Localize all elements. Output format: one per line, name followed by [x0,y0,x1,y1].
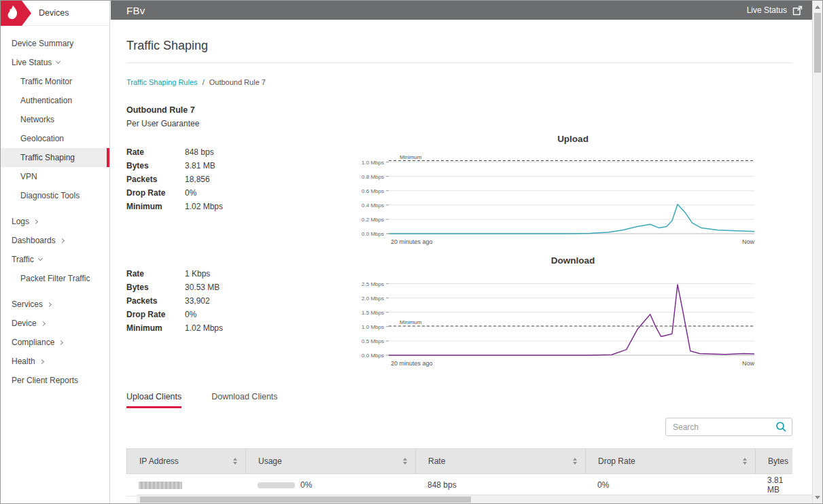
sidebar-item-label: Device [12,319,37,328]
sidebar-item[interactable]: Dashboards [1,231,109,250]
breadcrumb-current: Outbound Rule 7 [209,78,266,86]
horizontal-scrollbar-thumb[interactable] [140,497,471,503]
column-header-label: Rate [428,456,445,466]
external-link-icon [792,5,803,16]
column-header[interactable]: Drop Rate [585,449,755,473]
sort-icon[interactable] [573,458,577,465]
column-header-label: Bytes [768,456,788,466]
upload-chart-title: Upload [352,134,761,144]
chevron-down-icon [56,59,60,64]
table-row[interactable]: 0% 848 bps 0% 3.81 MB [126,474,792,497]
sidebar-nav: Device Summary Live Status Traffic Monit… [1,26,109,390]
column-header[interactable]: IP Address [126,449,245,473]
column-header[interactable]: Usage [245,449,415,473]
sidebar-item[interactable]: Device [1,314,109,333]
sidebar-item[interactable]: Authentication [1,91,109,110]
svg-text:Now: Now [742,238,755,245]
stat-value: 33,902 [185,296,210,306]
sidebar-item-label: Traffic Monitor [20,77,72,86]
sidebar-item-label: Per Client Reports [12,376,78,385]
column-header[interactable]: Rate [415,449,585,473]
stat-row: Rate 848 bps [126,147,352,157]
stat-label: Drop Rate [126,188,185,198]
live-status-button[interactable]: Live Status [747,5,803,16]
svg-text:20 minutes ago: 20 minutes ago [391,238,433,245]
stat-value: 1.02 Mbps [185,323,223,333]
ip-address-redacted [139,482,182,489]
upload-chart-plot: 0.0 Mbps0.2 Mbps0.4 Mbps0.6 Mbps0.8 Mbps… [352,145,761,250]
topbar: FBv Live Status [111,1,812,20]
svg-text:Minimum: Minimum [400,154,422,160]
sidebar: Devices Device Summary Live Status Traff… [1,1,110,503]
sidebar-item-label: Device Summary [12,39,73,48]
sidebar-item[interactable]: Health [1,352,109,371]
chevron-right-icon [47,302,52,306]
sidebar-item[interactable]: Networks [1,110,109,129]
device-name: FBv [126,5,145,16]
usage-bar [258,482,295,488]
sidebar-item[interactable]: VPN [1,167,109,186]
svg-text:Minimum: Minimum [400,319,422,325]
vertical-scrollbar-thumb[interactable] [814,13,821,73]
stat-label: Packets [126,296,185,306]
download-chart-title: Download [352,255,761,266]
column-header[interactable]: Bytes [755,449,796,473]
brand-flame-logo-icon [1,1,32,29]
chevron-down-icon [38,256,43,261]
upload-stats: Rate 848 bps Bytes 3.81 MB Packets 18,85… [126,134,352,250]
table-header: IP Address Usage Rate Drop Rate [126,448,792,474]
download-stats: Rate 1 Kbps Bytes 30.53 MB Packets 33,90… [126,255,352,372]
sidebar-item[interactable]: Traffic [1,250,109,269]
sidebar-item[interactable]: Geolocation [1,129,109,148]
stat-row: Drop Rate 0% [126,310,352,319]
sort-icon[interactable] [743,458,747,465]
sidebar-item-label: Health [12,357,35,366]
stat-row: Bytes 30.53 MB [126,283,352,292]
app-window: Devices Device Summary Live Status Traff… [0,0,823,504]
sidebar-item[interactable]: Diagnostic Tools [1,186,109,205]
svg-text:2.5 Mbps: 2.5 Mbps [362,281,384,287]
main-content: Traffic Shaping Traffic Shaping Rules / … [111,20,812,503]
sidebar-item-label: Traffic [12,255,34,264]
stat-value: 848 bps [185,147,214,157]
sort-icon[interactable] [403,458,407,465]
stat-label: Bytes [126,161,185,170]
usage-label: 0% [300,480,312,490]
sidebar-item[interactable]: Per Client Reports [1,371,109,390]
sidebar-item-label: VPN [20,172,37,181]
svg-text:0.4 Mbps: 0.4 Mbps [362,202,384,209]
stat-value: 30.53 MB [185,283,220,292]
clients-tab[interactable]: Upload Clients [126,392,181,408]
svg-text:1.0 Mbps: 1.0 Mbps [362,324,384,330]
stat-row: Minimum 1.02 Mbps [126,202,352,211]
sidebar-item[interactable]: Compliance [1,333,109,352]
stat-row: Bytes 3.81 MB [126,161,352,170]
breadcrumb-link[interactable]: Traffic Shaping Rules [126,78,198,86]
search-input[interactable] [665,418,792,436]
sidebar-item[interactable]: Traffic Shaping [1,148,109,167]
sidebar-item[interactable]: Logs [1,212,109,231]
stat-label: Minimum [126,323,185,333]
sidebar-item-label: Compliance [12,338,54,347]
horizontal-scrollbar[interactable] [137,494,812,503]
breadcrumb: Traffic Shaping Rules / Outbound Rule 7 [126,78,792,86]
scroll-down-arrow[interactable] [813,492,822,502]
search-icon[interactable] [775,421,787,433]
svg-text:1.0 Mbps: 1.0 Mbps [362,160,384,166]
sidebar-item[interactable]: Packet Filter Traffic [1,269,109,288]
sidebar-item-label: Packet Filter Traffic [20,274,90,283]
download-panel: Rate 1 Kbps Bytes 30.53 MB Packets 33,90… [126,255,792,372]
column-header-label: Usage [258,456,282,466]
svg-text:0.0 Mbps: 0.0 Mbps [362,353,384,359]
sidebar-item[interactable]: Traffic Monitor [1,72,109,91]
vertical-scrollbar[interactable] [812,1,822,503]
sidebar-item-label: Logs [12,217,29,226]
rule-header: Outbound Rule 7 Per User Guarantee [126,105,792,128]
sidebar-item[interactable]: Device Summary [1,34,109,53]
sidebar-item[interactable]: Live Status [1,53,109,72]
scroll-up-arrow[interactable] [813,2,822,12]
sidebar-item[interactable]: Services [1,295,109,314]
sort-icon[interactable] [233,458,237,465]
clients-tab[interactable]: Download Clients [211,392,277,408]
sidebar-item-label: Authentication [20,96,72,105]
